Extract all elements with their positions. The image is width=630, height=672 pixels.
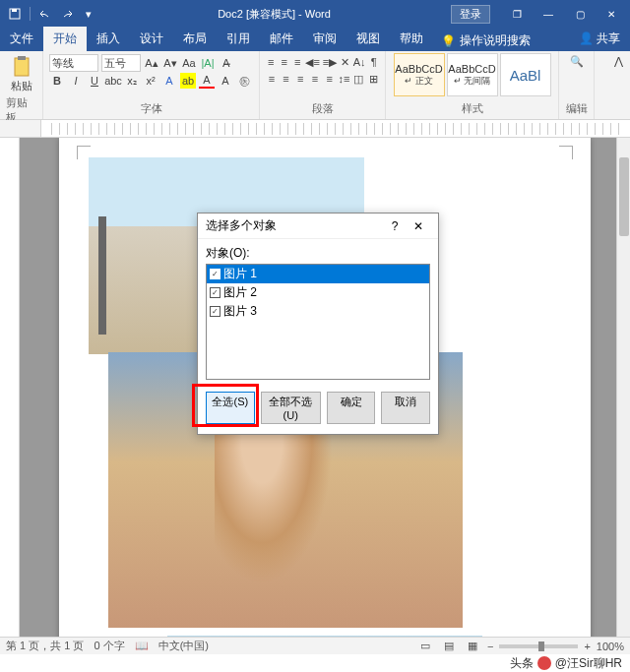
text-effects-button[interactable]: A: [161, 73, 177, 89]
tab-review[interactable]: 审阅: [303, 27, 346, 51]
close-button[interactable]: ✕: [597, 4, 626, 24]
vertical-scrollbar[interactable]: [616, 138, 630, 637]
zoom-slider-handle[interactable]: [538, 641, 544, 651]
highlight-button[interactable]: ab: [180, 73, 196, 89]
dialog-titlebar[interactable]: 选择多个对象 ? ✕: [198, 214, 438, 239]
tab-file[interactable]: 文件: [0, 27, 43, 51]
grow-font-button[interactable]: A▴: [144, 55, 159, 71]
increase-indent-button[interactable]: ≡▶: [323, 54, 337, 70]
zoom-in-button[interactable]: +: [584, 641, 590, 652]
shading-button[interactable]: ◫: [353, 71, 365, 87]
ok-button[interactable]: 确定: [327, 392, 376, 424]
read-mode-button[interactable]: ▭: [416, 640, 434, 653]
editing-label: 编辑: [566, 101, 588, 117]
tab-mailings[interactable]: 邮件: [260, 27, 303, 51]
tab-layout[interactable]: 布局: [173, 27, 217, 51]
multilevel-button[interactable]: ≡: [292, 54, 302, 70]
share-button[interactable]: 👤 共享: [569, 27, 630, 51]
dialog-help-button[interactable]: ?: [383, 216, 407, 236]
clear-format-button[interactable]: A̶: [219, 55, 234, 71]
show-marks-button[interactable]: ¶: [369, 54, 379, 70]
page-count[interactable]: 第 1 页，共 1 页: [6, 639, 84, 653]
checkbox-icon[interactable]: ✓: [210, 306, 220, 317]
phonetic-guide-button[interactable]: |A|: [200, 55, 216, 71]
print-layout-button[interactable]: ▤: [440, 640, 458, 653]
checkbox-icon[interactable]: ✓: [210, 269, 220, 279]
bold-button[interactable]: B: [49, 73, 65, 89]
select-all-button[interactable]: 全选(S): [206, 392, 255, 424]
sort-button[interactable]: A↓: [353, 54, 366, 70]
objects-listbox[interactable]: ✓ 图片 1 ✓ 图片 2 ✓ 图片 3: [206, 264, 430, 380]
tab-design[interactable]: 设计: [130, 27, 173, 51]
distributed-button[interactable]: ≡: [324, 71, 336, 87]
undo-icon[interactable]: [36, 5, 54, 23]
redo-icon[interactable]: [58, 5, 76, 23]
avatar-icon: [537, 656, 551, 670]
tab-insert[interactable]: 插入: [87, 27, 130, 51]
dialog-close-button[interactable]: ✕: [407, 216, 430, 236]
checkbox-icon[interactable]: ✓: [210, 287, 220, 298]
tab-help[interactable]: 帮助: [390, 27, 433, 51]
ribbon-display-button[interactable]: ❐: [502, 4, 532, 24]
zoom-slider[interactable]: [499, 644, 578, 648]
numbering-button[interactable]: ≡: [279, 54, 288, 70]
superscript-button[interactable]: x²: [143, 73, 158, 89]
asian-layout-button[interactable]: ✕: [340, 54, 349, 70]
align-center-button[interactable]: ≡: [281, 71, 292, 87]
save-icon[interactable]: [6, 5, 24, 23]
align-right-button[interactable]: ≡: [294, 71, 306, 87]
bullets-button[interactable]: ≡: [266, 54, 276, 70]
cancel-button[interactable]: 取消: [381, 392, 430, 424]
find-icon: 🔍: [570, 55, 584, 68]
style-heading[interactable]: AaBl: [500, 53, 551, 96]
style-nospacing[interactable]: AaBbCcD ↵ 无间隔: [447, 53, 498, 96]
maximize-button[interactable]: ▢: [565, 4, 595, 24]
web-layout-button[interactable]: ▦: [464, 640, 481, 653]
underline-button[interactable]: U: [87, 73, 102, 89]
styles-gallery[interactable]: AaBbCcD ↵ 正文 AaBbCcD ↵ 无间隔 AaBl: [394, 53, 551, 96]
change-case-button[interactable]: Aa: [181, 55, 197, 71]
paragraph-group: ≡ ≡ ≡ ◀≡ ≡▶ ✕ A↓ ¶ ≡ ≡ ≡ ≡ ≡ ↕≡ ◫ ⊞ 段落: [260, 51, 386, 119]
styles-group-label: 样式: [462, 101, 483, 117]
tell-me-search[interactable]: 💡 操作说明搜索: [433, 31, 538, 51]
ruler-vertical[interactable]: [0, 138, 20, 637]
character-shading-button[interactable]: A: [218, 73, 233, 89]
font-size-combo[interactable]: 五号: [101, 54, 141, 72]
font-color-button[interactable]: A: [199, 73, 215, 89]
ruler-horizontal[interactable]: [0, 120, 630, 138]
shrink-font-button[interactable]: A▾: [162, 55, 178, 71]
font-name-combo[interactable]: 等线: [49, 54, 98, 72]
book-icon[interactable]: 📖: [135, 640, 149, 652]
list-item[interactable]: ✓ 图片 1: [207, 265, 429, 283]
italic-button[interactable]: I: [68, 73, 84, 89]
style-normal[interactable]: AaBbCcD ↵ 正文: [394, 53, 445, 96]
minimize-button[interactable]: —: [534, 4, 563, 24]
paste-button[interactable]: 粘贴: [6, 53, 37, 95]
align-left-button[interactable]: ≡: [266, 71, 278, 87]
list-item[interactable]: ✓ 图片 3: [207, 302, 429, 321]
language-status[interactable]: 中文(中国): [158, 639, 209, 653]
strikethrough-button[interactable]: abc: [105, 73, 121, 89]
zoom-out-button[interactable]: −: [487, 641, 493, 652]
tab-view[interactable]: 视图: [346, 27, 390, 51]
word-count[interactable]: 0 个字: [94, 639, 124, 653]
scrollbar-thumb[interactable]: [619, 157, 629, 236]
svg-rect-3: [18, 56, 26, 60]
subscript-button[interactable]: x₂: [124, 73, 140, 89]
zoom-level[interactable]: 100%: [597, 641, 624, 652]
objects-label: 对象(O):: [206, 245, 430, 262]
collapse-ribbon-button[interactable]: ⋀: [610, 53, 626, 69]
editing-button[interactable]: 🔍: [566, 53, 588, 70]
login-button[interactable]: 登录: [451, 5, 490, 24]
list-item[interactable]: ✓ 图片 2: [207, 283, 429, 302]
enclose-char-button[interactable]: ㊩: [236, 73, 252, 89]
decrease-indent-button[interactable]: ◀≡: [305, 54, 319, 70]
select-multiple-objects-dialog: 选择多个对象 ? ✕ 对象(O): ✓ 图片 1 ✓ 图片 2 ✓ 图片 3 全…: [197, 213, 439, 435]
borders-button[interactable]: ⊞: [367, 71, 379, 87]
tab-references[interactable]: 引用: [217, 27, 260, 51]
qat-customize-icon[interactable]: ▾: [80, 5, 97, 23]
tab-home[interactable]: 开始: [43, 27, 87, 51]
line-spacing-button[interactable]: ↕≡: [339, 71, 350, 87]
justify-button[interactable]: ≡: [309, 71, 321, 87]
deselect-all-button[interactable]: 全部不选(U): [261, 392, 321, 424]
